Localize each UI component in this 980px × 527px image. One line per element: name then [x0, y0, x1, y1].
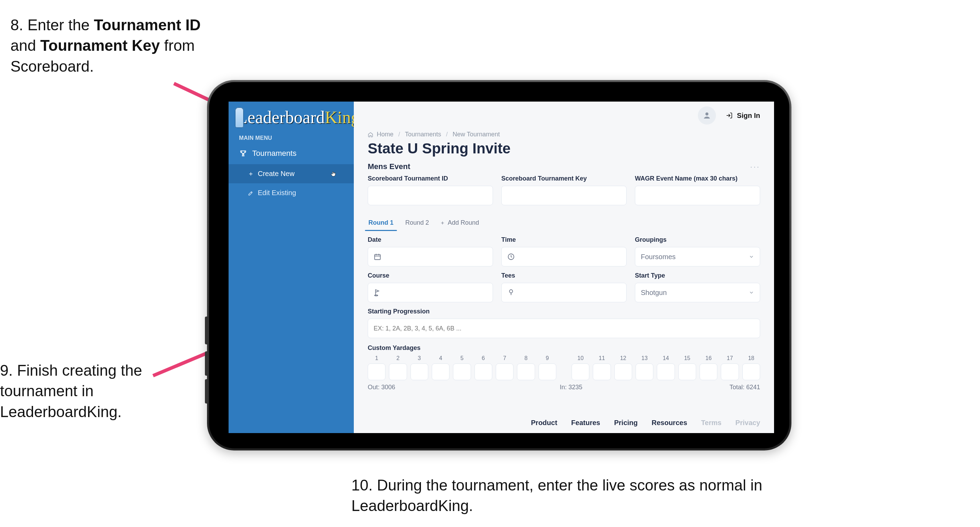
hole-cell: 13 [636, 355, 653, 380]
kebab-menu-button[interactable]: ··· [750, 162, 760, 172]
form-row-ids: Scoreboard Tournament ID Scoreboard Tour… [354, 175, 774, 205]
scoreboard-id-input[interactable] [368, 186, 493, 205]
hole-input[interactable] [517, 363, 535, 380]
footer-resources[interactable]: Resources [652, 419, 687, 427]
sidebar-item-tournaments[interactable]: Tournaments [229, 143, 354, 164]
hole-input[interactable] [571, 363, 589, 380]
tab-round-1[interactable]: Round 1 [368, 215, 394, 231]
field-scoreboard-key: Scoreboard Tournament Key [501, 175, 627, 205]
sidebar-item-label: Tournaments [252, 149, 296, 158]
svg-rect-3 [375, 255, 380, 260]
hole-input[interactable] [453, 363, 471, 380]
field-start-type: Start Type Shotgun [635, 272, 760, 302]
field-date: Date [368, 236, 493, 266]
breadcrumb-home[interactable]: Home [377, 131, 393, 138]
custom-yardages: Custom Yardages 1 2 3 4 5 6 7 8 9 [354, 344, 774, 391]
breadcrumb-sep [397, 131, 401, 138]
course-input[interactable] [368, 283, 493, 302]
sidebar: LeaderboardKing MAIN MENU Tournaments [229, 102, 354, 433]
edit-icon [248, 190, 254, 196]
start-type-select[interactable]: Shotgun [635, 283, 760, 302]
grand-total: Total: 6241 [657, 384, 760, 391]
signin-button[interactable]: Sign In [726, 111, 760, 119]
trophy-icon [239, 150, 247, 157]
field-label: Tees [501, 272, 627, 279]
breadcrumb: Home Tournaments New Tournament [354, 129, 774, 138]
hole-input[interactable] [678, 363, 696, 380]
hole-input[interactable] [657, 363, 675, 380]
hole-input[interactable] [593, 363, 611, 380]
scoreboard-key-input[interactable] [501, 186, 627, 205]
sidebar-sub-create-new[interactable]: Create New [229, 164, 354, 183]
form-row-datetime: Date Time [354, 236, 774, 266]
starting-progression-input[interactable] [368, 318, 760, 338]
user-icon [702, 111, 711, 120]
input[interactable] [374, 192, 487, 199]
field-label: Starting Progression [368, 308, 760, 315]
hole-input[interactable] [721, 363, 738, 380]
hole-number: 16 [700, 355, 718, 361]
tablet-power-button [205, 317, 208, 344]
hole-input[interactable] [410, 363, 428, 380]
footer-product[interactable]: Product [531, 419, 557, 427]
app-root: LeaderboardKing MAIN MENU Tournaments [229, 102, 774, 433]
tablet-bezel: LeaderboardKing MAIN MENU Tournaments [209, 82, 789, 448]
hole-input[interactable] [539, 363, 556, 380]
hole-number: 17 [721, 355, 738, 361]
field-label: Scoreboard Tournament Key [501, 175, 627, 182]
out-value: 3006 [381, 384, 395, 391]
avatar[interactable] [698, 107, 716, 124]
breadcrumb-current: New Tournament [453, 131, 500, 138]
tab-round-2[interactable]: Round 2 [405, 215, 430, 231]
footer-terms[interactable]: Terms [701, 419, 722, 427]
sidebar-sub-label: Create New [258, 170, 295, 178]
hole-input[interactable] [614, 363, 632, 380]
tees-input[interactable] [501, 283, 627, 302]
hole-cell: 1 [368, 355, 385, 380]
footer-pricing[interactable]: Pricing [614, 419, 638, 427]
hole-cell: 7 [496, 355, 514, 380]
input[interactable] [385, 289, 487, 296]
input[interactable] [507, 192, 620, 199]
hole-cell: 3 [410, 355, 428, 380]
hole-cell: 18 [742, 355, 760, 380]
time-input[interactable] [501, 247, 627, 266]
input[interactable] [641, 192, 754, 199]
hole-input[interactable] [636, 363, 653, 380]
tablet-device-frame: LeaderboardKing MAIN MENU Tournaments [207, 80, 791, 451]
date-input[interactable] [368, 247, 493, 266]
groupings-select[interactable]: Foursomes [635, 247, 760, 266]
wagr-name-input[interactable] [635, 186, 760, 205]
out-total: Out: 3006 [368, 384, 449, 391]
input[interactable] [385, 253, 487, 261]
hole-number: 2 [389, 355, 407, 361]
hole-input[interactable] [368, 363, 385, 380]
hole-cell: 17 [721, 355, 738, 380]
hole-input[interactable] [389, 363, 407, 380]
field-starting-progression: Starting Progression [354, 308, 774, 338]
plus-icon [248, 171, 254, 177]
hole-number: 11 [593, 355, 611, 361]
hole-input[interactable] [742, 363, 760, 380]
hole-cell: 16 [700, 355, 718, 380]
hole-input[interactable] [474, 363, 492, 380]
add-round-button[interactable]: Add Round [440, 219, 479, 226]
chevron-down-icon [749, 290, 754, 295]
hole-number: 3 [410, 355, 428, 361]
hole-input[interactable] [432, 363, 449, 380]
input[interactable] [519, 289, 620, 296]
input[interactable] [519, 253, 620, 261]
app-logo: LeaderboardKing [229, 105, 354, 132]
hole-input[interactable] [496, 363, 514, 380]
footer-privacy[interactable]: Privacy [735, 419, 760, 427]
hole-cell: 9 [539, 355, 556, 380]
breadcrumb-tournaments[interactable]: Tournaments [405, 131, 441, 138]
input[interactable] [374, 325, 754, 332]
signin-label: Sign In [737, 111, 760, 119]
cursor-hand-icon [330, 170, 336, 178]
sidebar-sub-edit-existing[interactable]: Edit Existing [229, 183, 354, 202]
footer-features[interactable]: Features [571, 419, 600, 427]
hole-cell: 12 [614, 355, 632, 380]
hole-input[interactable] [700, 363, 718, 380]
in-total: In: 3235 [560, 384, 653, 391]
